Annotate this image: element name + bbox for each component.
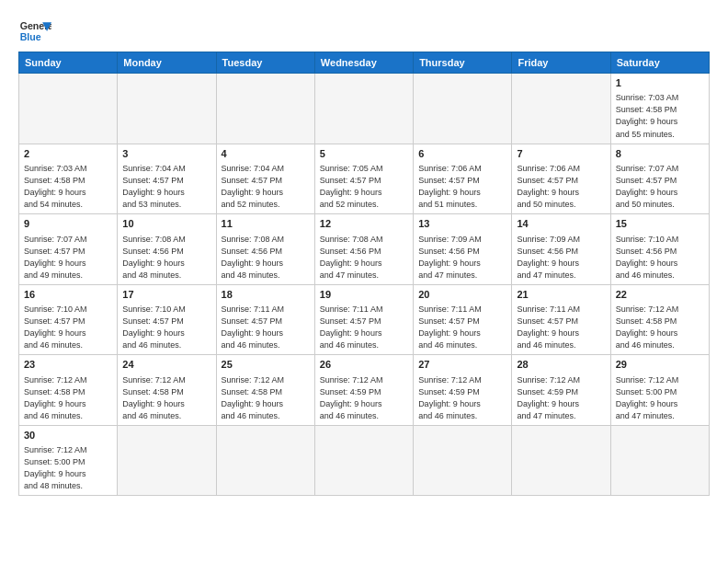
day-info: Sunrise: 7:08 AM Sunset: 4:56 PM Dayligh…: [222, 234, 310, 282]
calendar-day-cell: 29Sunrise: 7:12 AM Sunset: 5:00 PM Dayli…: [610, 355, 709, 426]
day-info: Sunrise: 7:10 AM Sunset: 4:57 PM Dayligh…: [24, 304, 112, 351]
calendar-day-cell: 26Sunrise: 7:12 AM Sunset: 4:59 PM Dayli…: [314, 355, 413, 426]
day-number: 25: [222, 358, 310, 372]
day-number: 30: [24, 429, 112, 442]
day-number: 11: [222, 217, 310, 231]
calendar-day-cell: [610, 425, 709, 496]
calendar-table: SundayMondayTuesdayWednesdayThursdayFrid…: [18, 52, 710, 496]
day-number: 19: [320, 288, 408, 302]
calendar-day-cell: 12Sunrise: 7:08 AM Sunset: 4:56 PM Dayli…: [314, 214, 413, 285]
weekday-header-sunday: Sunday: [19, 52, 118, 74]
calendar-day-cell: [414, 74, 512, 144]
day-info: Sunrise: 7:12 AM Sunset: 4:59 PM Dayligh…: [320, 374, 408, 422]
calendar-day-cell: 8Sunrise: 7:07 AM Sunset: 4:57 PM Daylig…: [610, 144, 709, 214]
calendar-day-cell: 10Sunrise: 7:08 AM Sunset: 4:56 PM Dayli…: [118, 214, 216, 285]
day-info: Sunrise: 7:03 AM Sunset: 4:58 PM Dayligh…: [616, 92, 704, 140]
calendar-day-cell: 9Sunrise: 7:07 AM Sunset: 4:57 PM Daylig…: [19, 214, 118, 285]
day-info: Sunrise: 7:10 AM Sunset: 4:56 PM Dayligh…: [616, 234, 704, 282]
day-number: 24: [122, 358, 210, 372]
page-header: General Blue: [18, 15, 710, 48]
day-info: Sunrise: 7:12 AM Sunset: 4:58 PM Dayligh…: [222, 374, 310, 422]
calendar-week-row: 9Sunrise: 7:07 AM Sunset: 4:57 PM Daylig…: [19, 214, 710, 285]
calendar-day-cell: 18Sunrise: 7:11 AM Sunset: 4:57 PM Dayli…: [216, 284, 314, 355]
day-number: 10: [122, 217, 210, 231]
calendar-day-cell: 24Sunrise: 7:12 AM Sunset: 4:58 PM Dayli…: [118, 355, 216, 426]
day-info: Sunrise: 7:12 AM Sunset: 4:59 PM Dayligh…: [418, 374, 506, 422]
weekday-header-tuesday: Tuesday: [216, 52, 314, 74]
day-number: 16: [24, 288, 112, 302]
day-number: 23: [24, 358, 112, 372]
calendar-day-cell: [314, 74, 413, 144]
day-number: 14: [517, 217, 605, 231]
calendar-day-cell: [19, 74, 118, 144]
day-number: 26: [320, 358, 408, 372]
calendar-day-cell: [216, 425, 314, 496]
calendar-week-row: 16Sunrise: 7:10 AM Sunset: 4:57 PM Dayli…: [19, 284, 710, 355]
day-number: 21: [517, 288, 605, 302]
weekday-header-saturday: Saturday: [610, 52, 709, 74]
day-info: Sunrise: 7:11 AM Sunset: 4:57 PM Dayligh…: [418, 304, 506, 351]
calendar-day-cell: [512, 425, 610, 496]
day-number: 29: [616, 358, 704, 372]
day-info: Sunrise: 7:12 AM Sunset: 4:59 PM Dayligh…: [517, 374, 605, 422]
calendar-day-cell: 27Sunrise: 7:12 AM Sunset: 4:59 PM Dayli…: [414, 355, 512, 426]
calendar-day-cell: [216, 74, 314, 144]
calendar-week-row: 23Sunrise: 7:12 AM Sunset: 4:58 PM Dayli…: [19, 355, 710, 426]
day-number: 27: [418, 358, 506, 372]
calendar-day-cell: 11Sunrise: 7:08 AM Sunset: 4:56 PM Dayli…: [216, 214, 314, 285]
day-info: Sunrise: 7:07 AM Sunset: 4:57 PM Dayligh…: [24, 234, 112, 282]
day-info: Sunrise: 7:07 AM Sunset: 4:57 PM Dayligh…: [616, 163, 704, 211]
day-info: Sunrise: 7:12 AM Sunset: 4:58 PM Dayligh…: [122, 374, 210, 422]
calendar-day-cell: 3Sunrise: 7:04 AM Sunset: 4:57 PM Daylig…: [118, 144, 216, 214]
weekday-header-monday: Monday: [118, 52, 216, 74]
calendar-day-cell: 1Sunrise: 7:03 AM Sunset: 4:58 PM Daylig…: [610, 74, 709, 144]
calendar-day-cell: 7Sunrise: 7:06 AM Sunset: 4:57 PM Daylig…: [512, 144, 610, 214]
day-info: Sunrise: 7:04 AM Sunset: 4:57 PM Dayligh…: [122, 163, 210, 211]
day-number: 12: [320, 217, 408, 231]
day-number: 1: [616, 76, 704, 90]
calendar-header-row: SundayMondayTuesdayWednesdayThursdayFrid…: [19, 52, 710, 74]
calendar-day-cell: 19Sunrise: 7:11 AM Sunset: 4:57 PM Dayli…: [314, 284, 413, 355]
day-number: 17: [122, 288, 210, 302]
day-info: Sunrise: 7:06 AM Sunset: 4:57 PM Dayligh…: [517, 163, 605, 211]
day-info: Sunrise: 7:12 AM Sunset: 4:58 PM Dayligh…: [616, 304, 704, 351]
day-number: 7: [517, 147, 605, 161]
calendar-day-cell: 15Sunrise: 7:10 AM Sunset: 4:56 PM Dayli…: [610, 214, 709, 285]
calendar-day-cell: 2Sunrise: 7:03 AM Sunset: 4:58 PM Daylig…: [19, 144, 118, 214]
day-number: 2: [24, 147, 112, 161]
day-number: 18: [222, 288, 310, 302]
generalblue-logo-icon: General Blue: [18, 15, 51, 48]
day-info: Sunrise: 7:03 AM Sunset: 4:58 PM Dayligh…: [24, 163, 112, 211]
weekday-header-friday: Friday: [512, 52, 610, 74]
day-info: Sunrise: 7:04 AM Sunset: 4:57 PM Dayligh…: [222, 163, 310, 211]
calendar-day-cell: [118, 425, 216, 496]
day-info: Sunrise: 7:09 AM Sunset: 4:56 PM Dayligh…: [517, 234, 605, 282]
calendar-day-cell: 28Sunrise: 7:12 AM Sunset: 4:59 PM Dayli…: [512, 355, 610, 426]
day-info: Sunrise: 7:10 AM Sunset: 4:57 PM Dayligh…: [122, 304, 210, 351]
calendar-day-cell: 6Sunrise: 7:06 AM Sunset: 4:57 PM Daylig…: [414, 144, 512, 214]
calendar-day-cell: 22Sunrise: 7:12 AM Sunset: 4:58 PM Dayli…: [610, 284, 709, 355]
svg-text:Blue: Blue: [20, 31, 41, 42]
day-number: 9: [24, 217, 112, 231]
calendar-week-row: 2Sunrise: 7:03 AM Sunset: 4:58 PM Daylig…: [19, 144, 710, 214]
calendar-day-cell: [118, 74, 216, 144]
day-info: Sunrise: 7:12 AM Sunset: 5:00 PM Dayligh…: [24, 444, 112, 492]
day-number: 4: [222, 147, 310, 161]
day-number: 22: [616, 288, 704, 302]
day-info: Sunrise: 7:08 AM Sunset: 4:56 PM Dayligh…: [320, 234, 408, 282]
calendar-day-cell: 30Sunrise: 7:12 AM Sunset: 5:00 PM Dayli…: [19, 425, 118, 496]
calendar-day-cell: 14Sunrise: 7:09 AM Sunset: 4:56 PM Dayli…: [512, 214, 610, 285]
calendar-day-cell: 4Sunrise: 7:04 AM Sunset: 4:57 PM Daylig…: [216, 144, 314, 214]
day-number: 6: [418, 147, 506, 161]
day-info: Sunrise: 7:11 AM Sunset: 4:57 PM Dayligh…: [222, 304, 310, 351]
weekday-header-wednesday: Wednesday: [314, 52, 413, 74]
calendar-week-row: 30Sunrise: 7:12 AM Sunset: 5:00 PM Dayli…: [19, 425, 710, 496]
day-info: Sunrise: 7:08 AM Sunset: 4:56 PM Dayligh…: [122, 234, 210, 282]
calendar-day-cell: 13Sunrise: 7:09 AM Sunset: 4:56 PM Dayli…: [414, 214, 512, 285]
calendar-day-cell: 17Sunrise: 7:10 AM Sunset: 4:57 PM Dayli…: [118, 284, 216, 355]
weekday-header-thursday: Thursday: [414, 52, 512, 74]
day-info: Sunrise: 7:12 AM Sunset: 4:58 PM Dayligh…: [24, 374, 112, 422]
calendar-day-cell: [314, 425, 413, 496]
day-info: Sunrise: 7:11 AM Sunset: 4:57 PM Dayligh…: [517, 304, 605, 351]
day-number: 20: [418, 288, 506, 302]
